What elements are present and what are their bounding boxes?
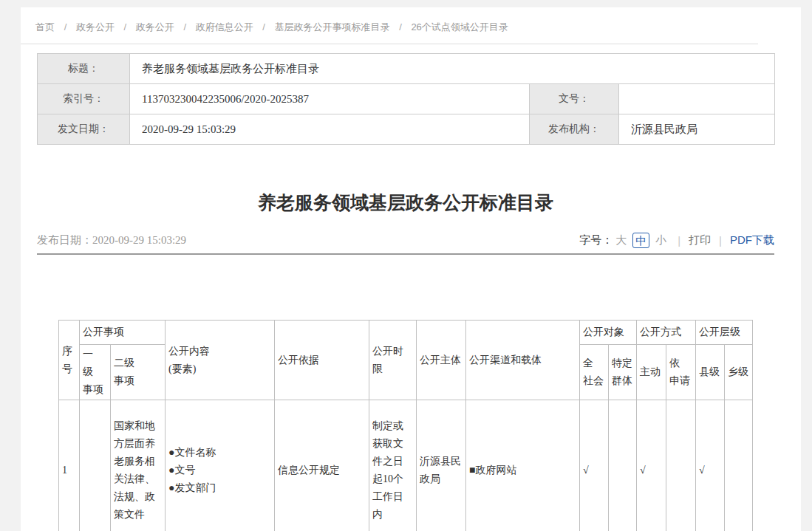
publish-toolbar-row: 发布日期：2020-09-29 15:03:29 字号： 大 中 小 | 打印 … (37, 239, 774, 255)
cell-seq: 1 (59, 400, 80, 531)
meta-value-docnum (619, 84, 775, 114)
breadcrumb-link-zhengwu-1[interactable]: 政务公开 (76, 21, 115, 32)
col-header-subject: 公开主体 (417, 321, 466, 400)
content-card: 首页 / 政务公开 / 政务公开 / 政府信息公开 / 基层政务公开事项标准目录… (21, 7, 801, 531)
article-toolbar: 字号： 大 中 小 | 打印 | PDF下载 (579, 233, 774, 248)
cell-township (725, 400, 753, 531)
col-header-basis: 公开依据 (275, 321, 369, 400)
cell-content: ●文件名称 ●文号 ●发文部门 (166, 400, 275, 531)
breadcrumb-link-standard-catalog[interactable]: 基层政务公开事项标准目录 (275, 21, 390, 32)
col-header-item-group: 公开事项 (80, 321, 166, 345)
cell-level1 (80, 400, 111, 531)
font-size-large-button[interactable]: 大 (615, 233, 627, 247)
col-header-all-society: 全 社会 (580, 345, 609, 400)
col-header-level2: 二级 事项 (111, 345, 166, 400)
font-size-medium-button[interactable]: 中 (632, 233, 649, 248)
col-header-proactive: 主动 (637, 345, 666, 400)
col-header-seq: 序号 (59, 321, 80, 400)
meta-label-title: 标题： (38, 54, 130, 84)
meta-label-index: 索引号： (38, 84, 130, 114)
col-header-time-limit: 公开时 限 (369, 321, 417, 400)
meta-value-date: 2020-09-29 15:03:29 (130, 114, 530, 145)
col-header-level1: 一 级 事项 (80, 345, 111, 400)
breadcrumb: 首页 / 政务公开 / 政务公开 / 政府信息公开 / 基层政务公开事项标准目录… (21, 7, 758, 44)
meta-row-date: 发文日期： 2020-09-29 15:03:29 发布机构： 沂源县民政局 (38, 114, 775, 145)
breadcrumb-separator: / (183, 21, 186, 32)
col-header-township: 乡级 (725, 345, 753, 400)
breadcrumb-link-info-disclosure[interactable]: 政府信息公开 (196, 21, 253, 32)
col-header-audience-group: 公开对象 (580, 321, 637, 345)
print-button[interactable]: 打印 (689, 233, 711, 247)
breadcrumb-separator: / (262, 21, 265, 32)
toolbar-divider: | (678, 234, 680, 247)
standards-table: 序号 公开事项 公开内容 (要素) 公开依据 公开时 限 公开主体 公开渠道和载… (58, 320, 753, 531)
col-header-specific-group: 特定 群体 (609, 345, 637, 400)
col-header-method-group: 公开方式 (637, 321, 696, 345)
breadcrumb-link-zhengwu-2[interactable]: 政务公开 (136, 21, 174, 32)
cell-proactive: √ (637, 400, 666, 531)
table-row: 1 国家和地方层面养老服务相关法律、法规、政策文件 ●文件名称 ●文号 ●发文部… (59, 400, 753, 531)
breadcrumb-link-pilot-catalog[interactable]: 26个试点领域公开目录 (411, 21, 508, 32)
font-size-small-button[interactable]: 小 (655, 233, 666, 247)
page-title: 养老服务领域基层政务公开标准目录 (37, 191, 774, 214)
cell-subject: 沂源县民政局 (417, 400, 466, 531)
pdf-download-link[interactable]: PDF下载 (730, 233, 774, 247)
meta-row-title: 标题： 养老服务领域基层政务公开标准目录 (38, 54, 775, 84)
cell-county: √ (696, 400, 725, 531)
meta-label-agency: 发布机构： (530, 114, 619, 145)
font-size-label: 字号： (579, 233, 613, 247)
cell-time-limit: 制定或获取文件之日起10个工作日内 (369, 400, 417, 531)
publish-date: 发布日期：2020-09-29 15:03:29 (37, 233, 186, 247)
cell-on-request (666, 400, 696, 531)
meta-value-index: 113703230042235006/2020-2025387 (130, 84, 530, 114)
meta-value-title: 养老服务领域基层政务公开标准目录 (130, 54, 775, 84)
meta-label-docnum: 文号： (530, 84, 619, 114)
document-meta-table: 标题： 养老服务领域基层政务公开标准目录 索引号： 11370323004223… (37, 53, 775, 145)
breadcrumb-separator: / (64, 21, 67, 32)
cell-channel: ■政府网站 (466, 400, 580, 531)
breadcrumb-link-home[interactable]: 首页 (35, 21, 55, 32)
meta-label-date: 发文日期： (38, 114, 130, 145)
table-header-row-1: 序号 公开事项 公开内容 (要素) 公开依据 公开时 限 公开主体 公开渠道和载… (59, 321, 753, 345)
cell-all-society: √ (580, 400, 609, 531)
breadcrumb-separator: / (399, 21, 402, 32)
cell-level2: 国家和地方层面养老服务相关法律、法规、政策文件 (111, 400, 166, 531)
meta-value-agency: 沂源县民政局 (619, 114, 775, 145)
col-header-county: 县级 (696, 345, 725, 400)
col-header-content: 公开内容 (要素) (166, 321, 275, 400)
col-header-channel: 公开渠道和载体 (466, 321, 580, 400)
col-header-on-request: 依 申请 (666, 345, 696, 400)
toolbar-divider: | (719, 234, 722, 247)
col-header-level-group: 公开层级 (696, 321, 753, 345)
breadcrumb-separator: / (124, 21, 127, 32)
meta-row-index: 索引号： 113703230042235006/2020-2025387 文号： (38, 84, 775, 114)
cell-specific-group (609, 400, 637, 531)
cell-basis: 信息公开规定 (275, 400, 369, 531)
